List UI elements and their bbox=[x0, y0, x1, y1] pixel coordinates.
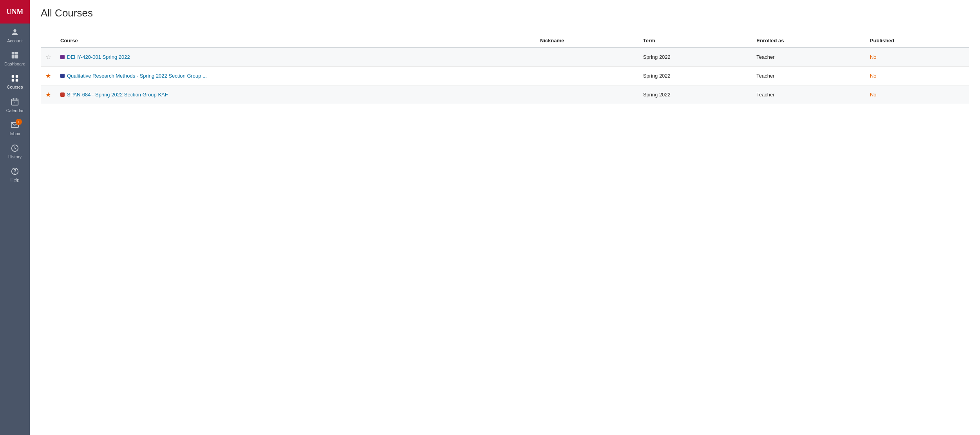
published-status: No bbox=[870, 73, 877, 79]
col-course: Course bbox=[56, 34, 535, 48]
svg-text:1: 1 bbox=[14, 102, 16, 105]
sidebar-item-inbox-label: Inbox bbox=[10, 131, 20, 136]
col-enrolled-as: Enrolled as bbox=[752, 34, 865, 48]
svg-text:UNM: UNM bbox=[7, 8, 24, 16]
course-name-cell: DEHY-420-001 Spring 2022 bbox=[56, 48, 535, 67]
courses-table: Course Nickname Term Enrolled as Publish… bbox=[41, 34, 969, 104]
star-filled-icon[interactable]: ★ bbox=[45, 72, 51, 79]
star-cell[interactable]: ★ bbox=[41, 67, 56, 85]
course-color-dot bbox=[60, 55, 65, 59]
course-color-dot bbox=[60, 74, 65, 78]
enrolled-as-cell: Teacher bbox=[752, 48, 865, 67]
logo[interactable]: UNM bbox=[0, 0, 30, 24]
course-name-text: Qualitative Research Methods - Spring 20… bbox=[67, 73, 207, 79]
svg-rect-8 bbox=[16, 75, 18, 78]
enrolled-as-cell: Teacher bbox=[752, 67, 865, 85]
page-header: All Courses bbox=[30, 0, 980, 24]
star-cell[interactable]: ☆ bbox=[41, 48, 56, 67]
col-star bbox=[41, 34, 56, 48]
table-row: ★ SPAN-684 - Spring 2022 Section Group K… bbox=[41, 85, 969, 104]
page-title: All Courses bbox=[41, 7, 969, 19]
published-status: No bbox=[870, 92, 877, 98]
nickname-cell bbox=[535, 48, 638, 67]
svg-rect-9 bbox=[12, 79, 14, 82]
dashboard-icon bbox=[10, 51, 20, 60]
courses-icon bbox=[10, 74, 20, 83]
course-link[interactable]: Qualitative Research Methods - Spring 20… bbox=[60, 73, 531, 79]
col-term: Term bbox=[638, 34, 752, 48]
term-cell: Spring 2022 bbox=[638, 48, 752, 67]
enrolled-as-cell: Teacher bbox=[752, 85, 865, 104]
published-cell: No bbox=[865, 67, 969, 85]
course-name-text: DEHY-420-001 Spring 2022 bbox=[67, 54, 130, 60]
nickname-cell bbox=[535, 85, 638, 104]
course-name-cell: SPAN-684 - Spring 2022 Section Group KAF bbox=[56, 85, 535, 104]
svg-point-2 bbox=[13, 29, 16, 32]
table-header-row: Course Nickname Term Enrolled as Publish… bbox=[41, 34, 969, 48]
star-filled-icon[interactable]: ★ bbox=[45, 91, 51, 98]
svg-rect-10 bbox=[16, 79, 18, 82]
svg-rect-6 bbox=[15, 54, 18, 58]
col-published: Published bbox=[865, 34, 969, 48]
sidebar-item-history-label: History bbox=[8, 154, 22, 160]
table-row: ☆ DEHY-420-001 Spring 2022 Spring 2022Te… bbox=[41, 48, 969, 67]
course-name-text: SPAN-684 - Spring 2022 Section Group KAF bbox=[67, 92, 168, 98]
published-status: No bbox=[870, 54, 877, 60]
main-content: All Courses Course Nickname Term Enrolle… bbox=[30, 0, 980, 435]
svg-point-19 bbox=[15, 173, 15, 174]
help-icon bbox=[10, 167, 20, 176]
course-link[interactable]: SPAN-684 - Spring 2022 Section Group KAF bbox=[60, 92, 531, 98]
inbox-badge: 1 bbox=[16, 119, 22, 125]
sidebar-item-help-label: Help bbox=[11, 178, 20, 183]
star-empty-icon[interactable]: ☆ bbox=[45, 54, 51, 60]
course-name-cell: Qualitative Research Methods - Spring 20… bbox=[56, 67, 535, 85]
sidebar-item-account-label: Account bbox=[7, 38, 23, 44]
svg-rect-3 bbox=[12, 52, 14, 54]
sidebar-item-account[interactable]: Account bbox=[0, 24, 30, 47]
person-icon bbox=[10, 27, 20, 37]
svg-rect-7 bbox=[12, 75, 14, 78]
nickname-cell bbox=[535, 67, 638, 85]
published-cell: No bbox=[865, 85, 969, 104]
svg-rect-5 bbox=[12, 54, 14, 58]
term-cell: Spring 2022 bbox=[638, 67, 752, 85]
term-cell: Spring 2022 bbox=[638, 85, 752, 104]
sidebar-item-courses-label: Courses bbox=[7, 85, 23, 90]
history-icon bbox=[10, 143, 20, 153]
sidebar-item-history[interactable]: History bbox=[0, 140, 30, 163]
published-cell: No bbox=[865, 48, 969, 67]
sidebar-item-dashboard-label: Dashboard bbox=[4, 62, 25, 67]
sidebar-item-dashboard[interactable]: Dashboard bbox=[0, 47, 30, 70]
sidebar-item-inbox[interactable]: 1 Inbox bbox=[0, 116, 30, 140]
inbox-icon: 1 bbox=[10, 120, 20, 130]
content-area: Course Nickname Term Enrolled as Publish… bbox=[30, 24, 980, 114]
sidebar-item-calendar-label: Calendar bbox=[6, 108, 24, 113]
star-cell[interactable]: ★ bbox=[41, 85, 56, 104]
calendar-icon: 1 bbox=[10, 97, 20, 107]
sidebar-item-help[interactable]: Help bbox=[0, 163, 30, 186]
sidebar: UNM Account Dashboard bbox=[0, 0, 30, 435]
svg-rect-4 bbox=[15, 52, 18, 54]
sidebar-item-calendar[interactable]: 1 Calendar bbox=[0, 93, 30, 116]
course-link[interactable]: DEHY-420-001 Spring 2022 bbox=[60, 54, 531, 60]
table-row: ★ Qualitative Research Methods - Spring … bbox=[41, 67, 969, 85]
col-nickname: Nickname bbox=[535, 34, 638, 48]
course-color-dot bbox=[60, 92, 65, 97]
sidebar-item-courses[interactable]: Courses bbox=[0, 70, 30, 93]
